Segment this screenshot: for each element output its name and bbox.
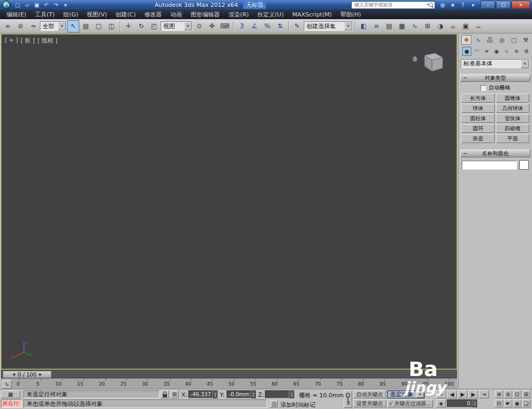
menu-item[interactable]: 渲染(R)	[224, 10, 253, 19]
tab-modify-icon[interactable]: ∿	[473, 35, 483, 45]
select-manipulate-icon[interactable]: ✜	[206, 20, 218, 32]
next-frame-icon[interactable]: ▶	[468, 390, 478, 398]
object-color-swatch[interactable]	[519, 160, 529, 170]
search-input[interactable]	[353, 2, 427, 8]
select-scale-icon[interactable]: ◰	[148, 20, 160, 32]
close-button[interactable]: ×	[511, 1, 530, 9]
angle-snap-icon[interactable]: ∠	[248, 20, 261, 32]
primitive-button[interactable]: 茶壶	[461, 134, 495, 143]
pan-icon[interactable]: ☛	[504, 399, 512, 407]
cat-spacewarps-icon[interactable]: ≋	[512, 47, 521, 56]
snaps-toggle-icon[interactable]: 3	[236, 20, 248, 32]
chevron-down-icon[interactable]: ▾	[58, 22, 66, 30]
frame-spinner[interactable]: ▴▾	[472, 399, 477, 407]
add-time-tag[interactable]: 添加时间标记	[280, 401, 315, 409]
primitive-button[interactable]: 圆柱体	[461, 114, 495, 123]
viewport-shading-menu[interactable]: [ 线框 ]	[37, 37, 57, 45]
render-setup-icon[interactable]: ☕	[447, 20, 459, 32]
current-frame-input[interactable]	[447, 399, 472, 407]
keyboard-override-icon[interactable]: ⌨	[219, 20, 231, 32]
mini-curve-editor-button[interactable]: ∿	[2, 380, 12, 389]
reference-coordinate-dropdown[interactable]: 视图 ▾	[161, 21, 193, 31]
zoom-all-icon[interactable]: ⊛	[504, 390, 512, 398]
menu-item[interactable]: 自定义(U)	[253, 10, 288, 19]
next-frame-arrow-icon[interactable]: ▶	[39, 372, 42, 377]
window-crossing-icon[interactable]: ◫	[105, 20, 118, 32]
viewcube[interactable]	[412, 48, 446, 77]
menu-item[interactable]: 组(G)	[59, 10, 82, 19]
rollout-object-type-header[interactable]: − 对象类型	[460, 74, 530, 82]
orbit-icon[interactable]: ◉	[513, 399, 521, 407]
select-and-link-icon[interactable]: ∞	[2, 20, 14, 32]
menu-item[interactable]: 修改器	[140, 10, 166, 19]
zoom-icon[interactable]: ⊕	[495, 390, 503, 398]
time-slider-handle[interactable]: ◀ 0 / 100 ▶	[3, 371, 52, 378]
zoom-extents-all-icon[interactable]: ⊞	[522, 390, 530, 398]
viewport[interactable]: [ + ] [ 前 ] [ 线框 ] x y	[1, 34, 457, 369]
unlink-selection-icon[interactable]: ⊘	[14, 20, 27, 32]
set-keys-button[interactable]	[344, 390, 352, 408]
maximize-button[interactable]: ▢	[496, 1, 511, 9]
zoom-extents-icon[interactable]: ⊡	[513, 390, 521, 398]
go-to-end-icon[interactable]: ⇥	[479, 390, 489, 398]
key-filters-button[interactable]: √ 关键点过滤器...	[387, 399, 433, 407]
play-button-icon[interactable]: ▶	[458, 390, 468, 398]
cat-cameras-icon[interactable]: ◉	[492, 47, 501, 56]
chevron-down-icon[interactable]: ▾	[521, 60, 529, 68]
help-icon[interactable]: ?	[459, 1, 467, 9]
selection-lock-icon[interactable]	[161, 390, 169, 398]
cat-lights-icon[interactable]: ☀	[482, 47, 491, 56]
primitive-button[interactable]: 四棱锥	[496, 124, 529, 133]
set-key-button[interactable]: 设置关键点	[353, 399, 386, 407]
select-by-name-icon[interactable]: ▤	[80, 20, 92, 32]
cat-systems-icon[interactable]: ⚙	[522, 47, 531, 56]
undo-icon[interactable]: ↶	[42, 1, 51, 9]
menu-item[interactable]: 帮助(H)	[336, 10, 365, 19]
object-category-dropdown[interactable]: 标准基本体 ▾	[461, 59, 529, 68]
tab-display-icon[interactable]: ▢	[509, 35, 519, 45]
time-slider-track[interactable]: ◀ 0 / 100 ▶	[1, 370, 457, 378]
curve-editor-icon[interactable]: ∿	[409, 20, 421, 32]
primitive-button[interactable]: 长方体	[461, 94, 495, 103]
select-move-icon[interactable]: ✛	[122, 20, 135, 32]
previous-frame-icon[interactable]: ◀	[447, 390, 457, 398]
material-editor-icon[interactable]: ◑	[434, 20, 446, 32]
primitive-button[interactable]: 几何球体	[496, 104, 529, 113]
primitive-button[interactable]: 平面	[496, 134, 529, 143]
z-coordinate-input[interactable]	[265, 390, 289, 398]
layer-manager-icon[interactable]: ▤	[383, 20, 395, 32]
x-spinner[interactable]: ▴▾	[213, 390, 218, 398]
graphite-toggle-icon[interactable]: ▦	[396, 20, 408, 32]
tab-hierarchy-icon[interactable]: 品	[485, 35, 495, 45]
viewport-pov-menu[interactable]: [ 前 ]	[21, 37, 35, 45]
tab-utilities-icon[interactable]: ⚒	[521, 35, 531, 45]
menu-item[interactable]: 视图(V)	[82, 10, 111, 19]
minimize-button[interactable]: –	[480, 1, 495, 9]
application-menu-button[interactable]	[2, 1, 11, 9]
cat-shapes-icon[interactable]: ◠	[472, 47, 481, 56]
time-tag-icon[interactable]: ◷	[270, 400, 278, 407]
cat-helpers-icon[interactable]: ⊹	[502, 47, 511, 56]
mini-listener-icon[interactable]: ▦	[1, 390, 20, 398]
menu-item[interactable]: 动画	[166, 10, 186, 19]
recent-dropdown-icon[interactable]: ▾	[61, 1, 70, 9]
redo-icon[interactable]: ↷	[52, 1, 60, 9]
chevron-down-icon[interactable]: ▾	[184, 22, 192, 30]
menu-item[interactable]: 工具(T)	[31, 10, 59, 19]
absolute-mode-icon[interactable]: ⊞	[170, 390, 179, 398]
select-object-icon[interactable]: ↖	[67, 20, 79, 32]
select-rotate-icon[interactable]: ↻	[135, 20, 147, 32]
tab-create-icon[interactable]: ✱	[461, 35, 471, 45]
open-file-icon[interactable]: ▱	[23, 1, 31, 9]
spinner-snap-icon[interactable]: ⇅	[274, 20, 286, 32]
selection-filter-dropdown[interactable]: 全部 ▾	[40, 21, 66, 31]
use-center-icon[interactable]: ⊙	[193, 20, 205, 32]
bind-to-spacewarp-icon[interactable]: ≈	[27, 20, 39, 32]
render-production-icon[interactable]: ☕	[472, 20, 485, 32]
search-icon[interactable]	[429, 3, 433, 7]
x-coordinate-input[interactable]	[188, 390, 213, 398]
previous-frame-arrow-icon[interactable]: ◀	[12, 372, 15, 377]
primitive-button[interactable]: 圆锥体	[496, 94, 529, 103]
align-icon[interactable]: ≡	[370, 20, 383, 32]
edit-named-selections-icon[interactable]: ✎	[291, 20, 303, 32]
